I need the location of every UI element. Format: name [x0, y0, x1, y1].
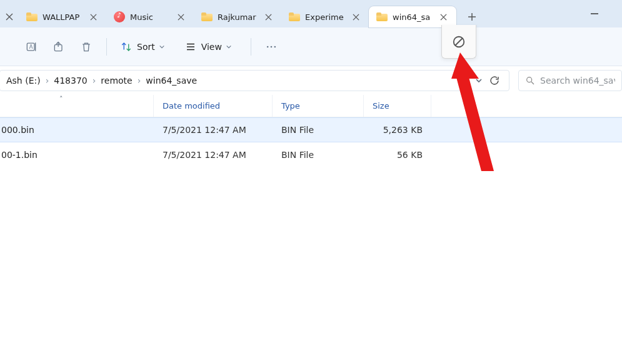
search-box[interactable] [518, 70, 622, 91]
chevron-right-icon: › [44, 76, 51, 86]
refresh-button[interactable] [485, 75, 504, 86]
file-name: 000.bin [0, 125, 154, 135]
tab-music[interactable]: Music [106, 6, 194, 27]
file-row[interactable]: 00-1.bin 7/5/2021 12:47 AM BIN File 56 K… [0, 142, 622, 167]
close-icon[interactable] [261, 10, 275, 24]
sort-button[interactable]: Sort [114, 36, 176, 58]
close-icon[interactable] [86, 10, 100, 24]
sort-label: Sort [137, 42, 155, 52]
more-button[interactable] [259, 36, 284, 58]
svg-text:A: A [29, 44, 33, 50]
tab-label: Music [130, 12, 174, 22]
chevron-down-icon [226, 44, 237, 50]
crumb-remote[interactable]: remote [97, 76, 136, 86]
svg-point-5 [274, 46, 276, 47]
view-button[interactable]: View [179, 36, 243, 58]
crumb-win64-save[interactable]: win64_save [142, 76, 201, 86]
file-list: 000.bin 7/5/2021 12:47 AM BIN File 5,263… [0, 117, 622, 167]
toolbar-divider [251, 38, 251, 56]
column-headers: ˄ Date modified Type Size [0, 95, 622, 117]
svg-point-6 [527, 77, 532, 82]
toolbar: A Sort View [0, 27, 622, 66]
close-icon[interactable] [349, 10, 363, 24]
file-date: 7/5/2021 12:47 AM [154, 150, 273, 160]
chevron-right-icon: › [136, 76, 143, 86]
toolbar-divider [106, 38, 107, 56]
tab-label: Rajkumar [218, 12, 261, 22]
delete-button[interactable] [74, 36, 99, 58]
tab-experiments[interactable]: Experime [281, 6, 369, 27]
tab-label: WALLPAP [43, 12, 86, 22]
file-type: BIN File [273, 150, 364, 160]
file-date: 7/5/2021 12:47 AM [154, 125, 273, 135]
breadcrumb[interactable]: Ash (E:) › 418370 › remote › win64_save [0, 70, 509, 91]
file-name: 00-1.bin [0, 150, 154, 160]
search-input[interactable] [540, 76, 615, 86]
new-tab-button[interactable] [460, 6, 484, 27]
chevron-down-icon [159, 44, 170, 50]
column-type[interactable]: Type [273, 95, 364, 117]
file-type: BIN File [273, 125, 364, 135]
rename-button[interactable]: A [19, 36, 44, 58]
file-row[interactable]: 000.bin 7/5/2021 12:47 AM BIN File 5,263… [0, 117, 622, 142]
column-size[interactable]: Size [364, 95, 431, 117]
window-minimize-button[interactable] [582, 6, 607, 21]
close-icon[interactable] [174, 10, 188, 24]
tab-strip: WALLPAP Music Rajkumar Experime win64_sa [0, 0, 622, 27]
tab-rajkumar[interactable]: Rajkumar [194, 6, 281, 27]
close-icon[interactable] [436, 10, 450, 24]
folder-icon [201, 11, 213, 22]
share-button[interactable] [46, 36, 71, 58]
drag-not-allowed-overlay [441, 25, 476, 59]
folder-icon [289, 11, 300, 22]
history-dropdown[interactable] [473, 77, 485, 84]
column-date[interactable]: Date modified [154, 95, 273, 117]
column-name[interactable] [0, 95, 154, 117]
close-icon[interactable] [0, 6, 19, 27]
crumb-ash[interactable]: Ash (E:) [3, 76, 44, 86]
crumb-418370[interactable]: 418370 [50, 76, 91, 86]
folder-icon [26, 11, 38, 22]
file-size: 56 KB [364, 150, 431, 160]
search-icon [525, 76, 535, 86]
music-icon [114, 11, 125, 22]
chevron-right-icon: › [91, 76, 98, 86]
address-bar-row: Ash (E:) › 418370 › remote › win64_save [0, 66, 622, 95]
sort-indicator-icon: ˄ [59, 95, 63, 103]
file-size: 5,263 KB [364, 125, 431, 135]
tab-wallpaper[interactable]: WALLPAP [19, 6, 106, 27]
svg-point-4 [271, 46, 273, 47]
view-label: View [201, 42, 222, 52]
svg-point-3 [267, 46, 269, 47]
tab-win64-save[interactable]: win64_sa [369, 6, 456, 27]
tab-label: win64_sa [393, 12, 436, 22]
not-allowed-icon [452, 35, 466, 49]
folder-icon [376, 11, 388, 22]
tab-label: Experime [305, 12, 349, 22]
